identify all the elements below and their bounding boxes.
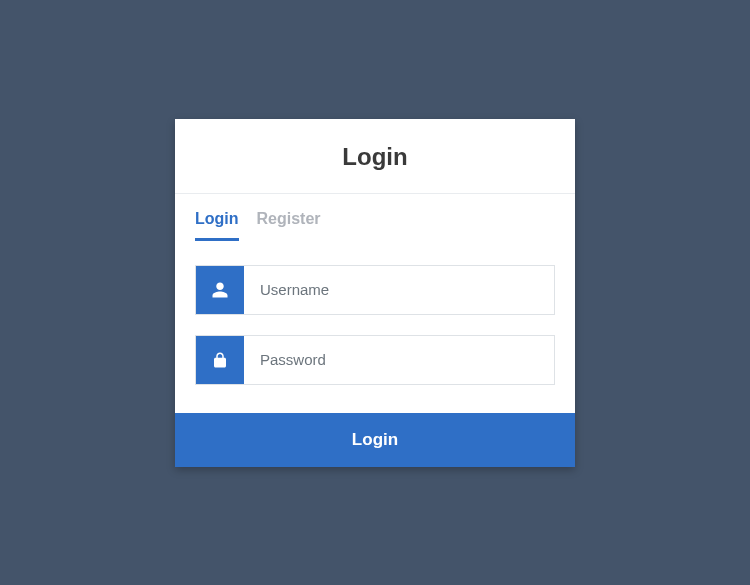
password-group <box>195 335 555 385</box>
tab-register[interactable]: Register <box>257 210 321 241</box>
tab-login[interactable]: Login <box>195 210 239 241</box>
form-body <box>175 241 575 413</box>
username-group <box>195 265 555 315</box>
user-icon <box>196 266 244 314</box>
login-card: Login Login Register Login <box>175 119 575 467</box>
password-input[interactable] <box>244 336 554 384</box>
username-input[interactable] <box>244 266 554 314</box>
page-title: Login <box>195 143 555 171</box>
card-header: Login <box>175 119 575 194</box>
lock-icon <box>196 336 244 384</box>
login-button[interactable]: Login <box>175 413 575 467</box>
tabs: Login Register <box>175 194 575 241</box>
